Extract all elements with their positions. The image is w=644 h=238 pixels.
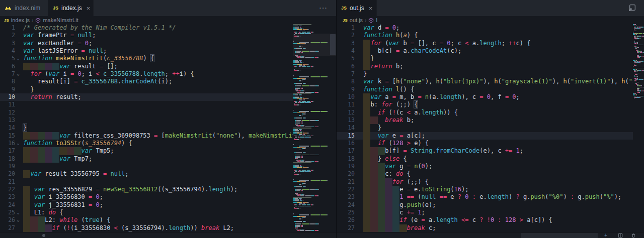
tab-out-js[interactable]: JS out.js × [337,0,377,16]
code-line[interactable]: 17b[f] = String.fromCharCode(e), c += 1; [336,147,633,155]
code-line[interactable]: 13 [0,116,293,124]
code-token: ), [552,78,564,85]
trash-icon[interactable] [631,233,636,238]
indent-highlight-block [385,186,392,193]
code-line[interactable]: 15var e = a[c]; [336,132,633,140]
code-token: var [34,186,45,193]
code-line[interactable]: 18var Tmp7; [0,155,293,163]
code-line[interactable]: 14} [336,124,633,132]
code-line[interactable]: 6return b; [336,63,633,70]
code-line[interactable]: 23var i_33556830 = 0; [0,193,293,201]
editor-pane-left[interactable]: 1/* Generated by the Nim Compiler v1.5.1… [0,24,336,232]
code-line[interactable]: 15var filters_css_369098753 = [makeNimst… [0,132,293,140]
code-line[interactable]: 16⌄function toJSStr(s_33556794) { [0,140,293,147]
split-editor-icon[interactable] [628,4,636,12]
code-line[interactable]: 26⌄L2: while (true) { [0,216,293,224]
plus-icon[interactable]: + [604,232,607,238]
breadcrumb-symbol[interactable]: makeNimstrLit [43,17,78,23]
code-token: var [30,170,41,177]
code-token: ! [392,109,396,116]
tab-index-js[interactable]: JS index.js × [48,0,94,16]
code-token: ++ [172,70,179,77]
vertical-scrollbar[interactable] [330,24,336,232]
fold-chevron-icon[interactable]: ⌄ [17,139,20,147]
indent-highlight-block [370,201,377,209]
code-line[interactable]: 7⌄for (var i = 0; i < c_33556788.length;… [0,70,293,78]
indent-highlight-block [385,193,392,201]
indent-highlight-block [392,216,399,224]
code-line[interactable]: 3var excHandler = 0; [0,40,293,47]
code-line[interactable]: 27break c; [336,224,633,232]
line-number: 21 [0,178,15,186]
code-line[interactable]: 3for (var b = [], c = 0; c < a.length; +… [336,40,633,47]
code-line[interactable]: 8result[i] = c_33556788.charCodeAt(i); [0,78,293,85]
editor-pane-right[interactable]: 1var d = 0;2function h(a) {3for (var b =… [336,24,644,232]
code-line[interactable]: 20c: do { [336,170,633,178]
tab-label: index.nim [15,5,40,12]
pane-divider[interactable] [336,0,337,238]
code-line[interactable]: 9} [0,86,293,93]
code-line[interactable]: 2var framePtr = null; [0,32,293,39]
fold-chevron-icon[interactable]: ⌄ [17,54,20,62]
fold-chevron-icon[interactable]: ⌄ [17,216,20,223]
code-line[interactable]: 5⌄function makeNimstrLit(c_33556788) { [0,55,293,62]
code-line[interactable]: 20var result_33556795 = null; [0,170,293,178]
fold-chevron-icon[interactable]: ⌄ [17,208,20,216]
code-line[interactable]: 18} else { [336,155,633,163]
code-area[interactable]: 1var d = 0;2function h(a) {3for (var b =… [336,24,633,232]
code-line[interactable]: 13break b; [336,116,633,124]
code-line[interactable]: 1var d = 0; [336,24,633,32]
code-line[interactable]: 4b[c] = a.charCodeAt(c); [336,47,633,55]
line-number: 6 [0,63,15,70]
code-line[interactable]: 10var a = m, b = n(a.length), c = 0, f =… [336,93,633,101]
split-panel-icon[interactable] [618,233,623,238]
code-line[interactable]: 16if (128 > e) { [336,140,633,147]
code-line[interactable]: 12if (!(c < a.length)) { [336,109,633,116]
more-actions-icon[interactable]: ··· [319,4,328,12]
code-line[interactable]: 24g.push(e); [336,201,633,209]
code-line[interactable]: 7} [336,70,633,78]
horizontal-scrollbar-thumb[interactable] [521,233,598,238]
code-line[interactable]: 2function h(a) { [336,32,633,39]
code-token: . [483,193,487,200]
code-line[interactable]: 11b: for (;;) { [336,101,633,108]
code-line[interactable]: 4var lastJSError = null; [0,47,293,55]
code-line[interactable]: 22var res_33556829 = newSeq_33556812((s_… [0,186,293,193]
code-line[interactable]: 17var Tmp5; [0,147,293,155]
indent-highlight-block [363,178,370,186]
code-line[interactable]: 27if (!(i_33556830 < (s_33556794).length… [0,224,293,232]
breadcrumb-file[interactable]: index.js [11,17,30,23]
code-line[interactable]: 6var result = []; [0,63,293,70]
code-area[interactable]: 1/* Generated by the Nim Compiler v1.5.1… [0,24,293,232]
breadcrumb-symbol[interactable]: l [376,17,377,23]
code-line[interactable]: 10return result; [0,93,293,101]
minimap[interactable] [633,24,644,232]
code-line[interactable]: 12 [0,109,293,116]
horizontal-scrollbar-dot[interactable] [42,234,45,237]
code-line[interactable]: 5} [336,55,633,62]
breadcrumb-file[interactable]: out.js [350,17,363,23]
code-line[interactable]: 25⌄L1: do { [0,209,293,216]
close-icon[interactable]: × [85,5,92,12]
code-line[interactable]: 19var g = n(0); [336,163,633,170]
code-line[interactable]: 14} [0,124,293,132]
code-line[interactable]: 231 == (null == e ? 0 : e.length) ? g.pu… [336,193,633,201]
code-line[interactable]: 11 [0,101,293,108]
scrollbar-thumb[interactable] [330,34,336,55]
code-line[interactable]: 24var j_33556831 = 0; [0,201,293,209]
code-line[interactable]: 19 [0,163,293,170]
code-token: for [370,40,381,47]
code-line[interactable]: 25c += 1; [336,209,633,216]
code-token: []; [103,63,118,70]
close-icon[interactable]: × [367,5,374,12]
code-token: "invert(1)" [571,78,610,85]
code-line[interactable]: 21for (;;) { [336,178,633,186]
code-line[interactable]: 21 [0,178,293,186]
code-line[interactable]: 8var k = [h("none"), h("blur(1px)"), h("… [336,78,633,85]
fold-chevron-icon[interactable]: ⌄ [17,70,20,77]
tab-index-nim[interactable]: index.nim [0,0,48,16]
code-line[interactable]: 9function l() { [336,86,633,93]
code-line[interactable]: 1/* Generated by the Nim Compiler v1.5.1… [0,24,293,32]
code-line[interactable]: 26if (e = a.length <= c ? !0 : 128 > a[c… [336,216,633,224]
code-line[interactable]: 22e = e.toString(16); [336,186,633,193]
